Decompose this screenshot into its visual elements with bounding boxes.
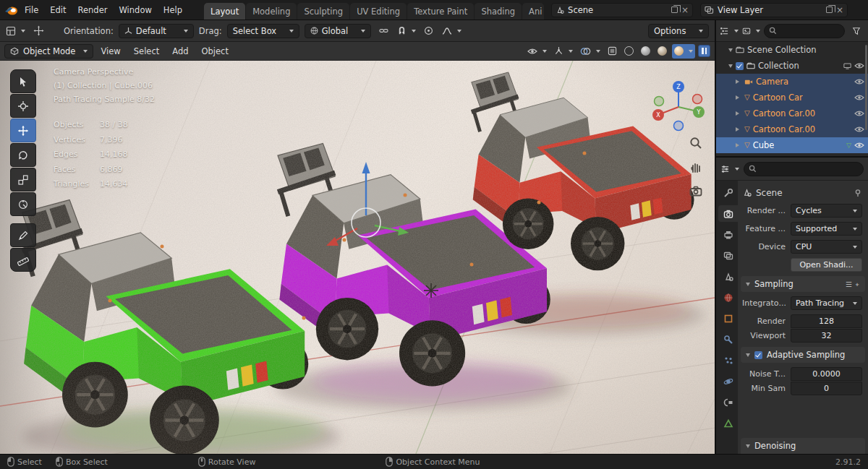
properties-search-input[interactable]	[760, 164, 859, 173]
tab-shading[interactable]: Shading	[475, 3, 522, 20]
sampling-presets-icon[interactable]: ☰＋	[846, 280, 860, 288]
navigation-gizmo[interactable]: Z X Y	[650, 78, 707, 136]
annotate-tool[interactable]	[10, 223, 36, 247]
menu-view[interactable]: View	[95, 44, 126, 59]
pin-icon[interactable]	[854, 189, 862, 197]
screen-icon[interactable]	[843, 63, 851, 69]
empty-axes-marker[interactable]	[424, 283, 438, 298]
tab-physics-properties[interactable]	[718, 373, 738, 390]
tab-render-properties[interactable]	[718, 205, 738, 222]
rotate-tool[interactable]	[10, 143, 36, 167]
new-view-layer-icon[interactable]	[826, 7, 833, 13]
noise-threshold-field[interactable]: 0.0000	[791, 367, 862, 381]
outliner-row-cartoon-car[interactable]: ▽ Cartoon Car	[716, 90, 868, 106]
snap-settings-button[interactable]	[397, 24, 416, 38]
zoom-icon[interactable]	[689, 136, 703, 150]
shading-wireframe-button[interactable]	[622, 44, 636, 59]
outliner-filter-button[interactable]	[848, 24, 864, 38]
outliner-editor-type-button[interactable]	[720, 24, 739, 38]
scene-selector[interactable]: Scene ×	[551, 3, 693, 17]
menu-window[interactable]: Window	[113, 2, 157, 18]
tab-uv-editing[interactable]: UV Editing	[350, 3, 407, 20]
eye-icon[interactable]	[854, 94, 864, 101]
properties-search[interactable]	[744, 162, 864, 176]
tab-view-layer-properties[interactable]	[718, 247, 738, 264]
tab-object-properties[interactable]	[718, 310, 738, 327]
blender-logo[interactable]	[4, 4, 19, 16]
pivot-dropdown[interactable]: Global	[305, 24, 371, 38]
move-tool[interactable]	[10, 119, 36, 142]
min-samples-field[interactable]: 0	[791, 382, 862, 395]
tab-modeling[interactable]: Modeling	[246, 3, 297, 20]
menu-select[interactable]: Select	[128, 44, 165, 59]
outliner-search-input[interactable]	[780, 26, 840, 35]
feature-set-dropdown[interactable]: Supported	[791, 222, 862, 236]
outliner-row-cartoon-car-002[interactable]: ▽ Cartoon Car.00	[716, 121, 868, 137]
options-dropdown[interactable]: Options	[648, 24, 709, 38]
adaptive-sampling-header[interactable]: Adaptive Sampling	[741, 347, 865, 363]
shading-material-button[interactable]	[655, 44, 669, 59]
menu-file[interactable]: File	[19, 2, 44, 18]
integrator-dropdown[interactable]: Path Tracing	[791, 296, 862, 310]
outliner-search[interactable]	[764, 24, 845, 38]
menu-edit[interactable]: Edit	[44, 2, 72, 18]
editor-type-button[interactable]	[6, 24, 25, 38]
tab-animation[interactable]: Ani	[522, 3, 544, 20]
pan-hand-icon[interactable]	[689, 160, 703, 174]
snap-toggle-button[interactable]	[376, 24, 392, 38]
outliner-scrollbar[interactable]	[865, 45, 867, 130]
tab-scene-properties[interactable]	[718, 268, 738, 285]
xray-toggle-button[interactable]	[605, 44, 619, 59]
menu-render[interactable]: Render	[72, 2, 114, 18]
properties-editor-type-button[interactable]	[720, 162, 739, 176]
sampling-panel-header[interactable]: Sampling ☰＋	[741, 276, 865, 292]
proportional-falloff-button[interactable]	[442, 24, 461, 38]
new-scene-icon[interactable]	[671, 7, 678, 13]
render-engine-dropdown[interactable]: Cycles	[791, 204, 862, 218]
proportional-edit-button[interactable]	[421, 24, 437, 38]
eye-icon[interactable]	[854, 142, 864, 149]
eye-icon[interactable]	[854, 110, 864, 117]
outliner-row-cartoon-car-001[interactable]: ▽ Cartoon Car.00	[716, 106, 868, 121]
drag-dropdown[interactable]: Select Box	[227, 24, 299, 38]
scale-tool[interactable]	[10, 168, 36, 192]
close-view-layer-icon[interactable]: ×	[836, 6, 843, 14]
tab-constraint-properties[interactable]	[718, 394, 738, 410]
show-gizmos-button[interactable]	[552, 44, 575, 59]
viewport-samples-field[interactable]: 32	[791, 329, 862, 343]
camera-view-icon[interactable]	[689, 184, 703, 198]
adaptive-sampling-checkbox[interactable]	[754, 351, 762, 359]
eye-icon[interactable]	[854, 126, 864, 133]
shading-rendered-button[interactable]	[672, 44, 695, 59]
tab-modifier-properties[interactable]	[718, 331, 738, 348]
tab-sculpting[interactable]: Sculpting	[297, 3, 349, 20]
shading-solid-button[interactable]	[639, 44, 652, 59]
transform-tool[interactable]	[10, 192, 36, 216]
outliner-row-collection[interactable]: Collection	[716, 58, 868, 74]
tab-world-properties[interactable]	[718, 289, 738, 306]
menu-help[interactable]: Help	[158, 2, 188, 18]
transform-widget-button[interactable]	[30, 24, 46, 38]
menu-object[interactable]: Object	[196, 44, 234, 59]
menu-add[interactable]: Add	[166, 44, 194, 59]
outliner-display-mode-button[interactable]	[742, 24, 760, 38]
orientation-dropdown[interactable]: Default	[119, 24, 194, 38]
mode-dropdown[interactable]: Object Mode	[4, 44, 93, 59]
render-samples-field[interactable]: 128	[791, 314, 862, 328]
outliner-row-cube[interactable]: ▽ Cube ▽	[716, 137, 868, 153]
tab-tool-properties[interactable]	[718, 184, 738, 201]
denoising-panel-header[interactable]: Denoising	[741, 438, 865, 454]
cursor-tool[interactable]	[10, 94, 36, 118]
eye-icon[interactable]	[854, 62, 864, 69]
eye-icon[interactable]	[854, 78, 864, 85]
collection-checkbox[interactable]	[736, 62, 744, 70]
outliner-row-scene-collection[interactable]: Scene Collection	[716, 42, 868, 58]
tab-texture-paint[interactable]: Texture Paint	[407, 3, 474, 20]
measure-tool[interactable]	[10, 248, 36, 272]
close-scene-icon[interactable]: ×	[681, 6, 689, 14]
outliner-row-camera[interactable]: Camera	[716, 74, 868, 90]
tab-layout[interactable]: Layout	[204, 3, 245, 20]
device-dropdown[interactable]: CPU	[791, 240, 862, 254]
tab-data-properties[interactable]	[718, 415, 738, 431]
open-shading-language-toggle[interactable]: Open Shadi...	[791, 258, 862, 272]
